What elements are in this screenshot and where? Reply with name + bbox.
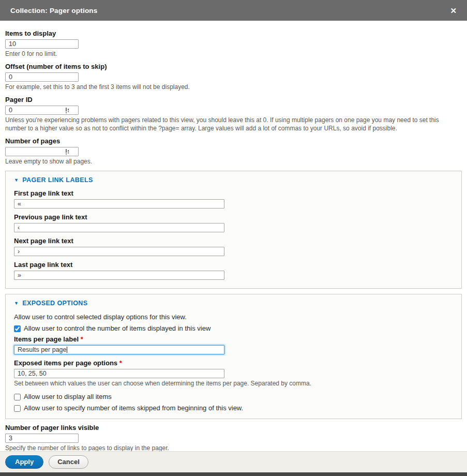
number-of-pages-label: Number of pages <box>5 138 462 145</box>
display-all-checkbox-label: Allow user to display all items <box>24 393 112 401</box>
last-page-link-input[interactable] <box>14 271 224 280</box>
specify-skipped-checkbox[interactable] <box>14 405 21 412</box>
page-background-strip <box>0 472 467 476</box>
required-asterisk: * <box>81 335 83 343</box>
specify-skipped-checkbox-row: Allow user to specify number of items sk… <box>14 404 453 412</box>
pager-link-labels-legend[interactable]: ▼PAGER LINK LABELS <box>14 176 453 185</box>
cancel-button[interactable]: Cancel <box>49 455 88 469</box>
items-per-page-label-input[interactable] <box>14 345 224 354</box>
next-page-link-input[interactable] <box>14 247 224 256</box>
previous-page-link-input[interactable] <box>14 223 224 232</box>
collapse-arrow-icon: ▼ <box>14 301 19 306</box>
exposed-items-options-help: Set between which values the user can ch… <box>14 379 453 388</box>
items-per-page-label-field-group: Items per page label * <box>14 336 453 354</box>
items-to-display-field-group: Items to display Enter 0 for no limit. <box>5 30 462 58</box>
pager-links-visible-input[interactable] <box>5 434 79 443</box>
exposed-items-options-input[interactable] <box>14 369 224 378</box>
items-per-page-label-label: Items per page label * <box>14 336 453 343</box>
pager-options-dialog: Collection: Pager options ✕ Items to dis… <box>0 0 467 476</box>
exposed-items-options-label: Exposed items per page options * <box>14 360 453 367</box>
exposed-options-legend[interactable]: ▼EXPOSED OPTIONS <box>14 300 453 308</box>
first-page-link-input[interactable] <box>14 199 224 209</box>
number-spinner-icon[interactable] <box>65 108 70 113</box>
control-items-checkbox[interactable] <box>14 325 21 332</box>
number-of-pages-field-group: Number of pages Leave empty to show all … <box>5 138 462 166</box>
pager-link-labels-legend-text: PAGER LINK LABELS <box>22 176 93 184</box>
exposed-options-description: Allow user to control selected display o… <box>14 313 453 321</box>
offset-field-group: Offset (number of items to skip) For exa… <box>5 63 462 91</box>
exposed-options-fieldset: ▼EXPOSED OPTIONS Allow user to control s… <box>5 294 462 419</box>
pager-links-visible-label: Number of pager links visible <box>5 424 462 432</box>
number-spinner-icon[interactable] <box>65 149 70 155</box>
dialog-content: Items to display Enter 0 for no limit. O… <box>0 21 467 452</box>
apply-button[interactable]: Apply <box>5 455 43 469</box>
pager-id-help: Unless you're experiencing problems with… <box>5 116 458 132</box>
close-icon[interactable]: ✕ <box>448 6 459 16</box>
last-page-link-label: Last page link text <box>14 261 453 269</box>
control-items-checkbox-label: Allow user to control the number of item… <box>24 324 210 333</box>
dialog-header: Collection: Pager options ✕ <box>0 0 467 21</box>
pager-id-label: Pager ID <box>5 96 462 103</box>
first-page-link-field-group: First page link text <box>14 190 453 209</box>
dialog-title: Collection: Pager options <box>10 7 98 14</box>
pager-link-labels-fieldset: ▼PAGER LINK LABELS First page link text … <box>5 171 462 289</box>
dialog-footer: Apply Cancel <box>0 451 467 472</box>
offset-input[interactable] <box>5 72 79 82</box>
required-asterisk: * <box>119 359 122 367</box>
pager-links-visible-field-group: Number of pager links visible Specify th… <box>5 424 462 452</box>
previous-page-link-field-group: Previous page link text <box>14 214 453 232</box>
first-page-link-label: First page link text <box>14 190 453 197</box>
pager-id-field-group: Pager ID Unless you're experiencing prob… <box>5 96 462 132</box>
last-page-link-field-group: Last page link text <box>14 261 453 280</box>
control-items-checkbox-row: Allow user to control the number of item… <box>14 324 453 333</box>
previous-page-link-label: Previous page link text <box>14 214 453 221</box>
display-all-checkbox[interactable] <box>14 394 21 400</box>
exposed-options-legend-text: EXPOSED OPTIONS <box>22 300 87 307</box>
display-all-checkbox-row: Allow user to display all items <box>14 393 453 401</box>
items-to-display-help: Enter 0 for no limit. <box>5 50 462 58</box>
next-page-link-label: Next page link text <box>14 237 453 245</box>
items-to-display-input[interactable] <box>5 39 79 49</box>
collapse-arrow-icon: ▼ <box>14 177 19 183</box>
specify-skipped-checkbox-label: Allow user to specify number of items sk… <box>24 404 243 412</box>
text-caret <box>67 347 67 353</box>
exposed-items-options-field-group: Exposed items per page options * Set bet… <box>14 360 453 388</box>
next-page-link-field-group: Next page link text <box>14 237 453 256</box>
items-to-display-label: Items to display <box>5 30 462 37</box>
offset-help: For example, set this to 3 and the first… <box>5 83 462 91</box>
offset-label: Offset (number of items to skip) <box>5 63 462 70</box>
number-of-pages-help: Leave empty to show all pages. <box>5 157 462 166</box>
